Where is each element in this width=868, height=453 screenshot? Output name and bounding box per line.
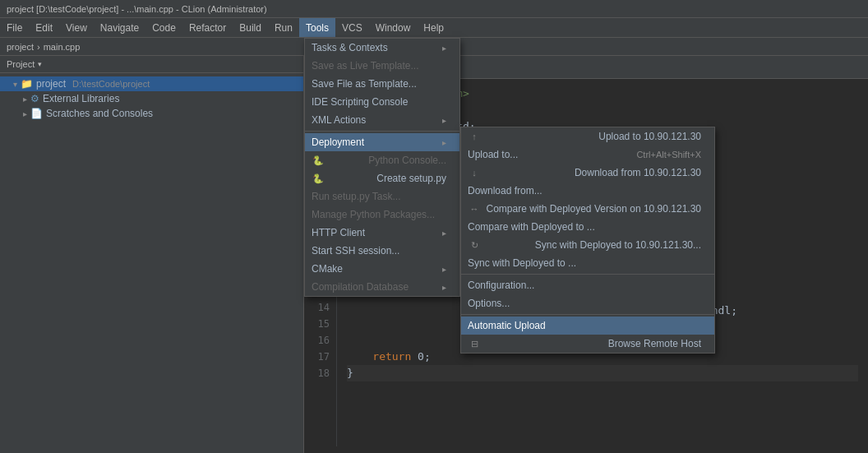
menu-run-setup: Run setup.py Task... bbox=[305, 187, 459, 206]
tree-item-project[interactable]: ▾ 📁 project D:\testCode\project bbox=[0, 76, 303, 91]
menu-save-file-template[interactable]: Save File as Template... bbox=[305, 75, 459, 93]
menu-manage-packages: Manage Python Packages... bbox=[305, 206, 459, 224]
http-client-label: HTTP Client bbox=[312, 227, 365, 238]
compilation-arrow-icon: ▸ bbox=[442, 283, 446, 292]
menu-configuration[interactable]: Configuration... bbox=[461, 276, 714, 294]
scratches-icon: 📄 bbox=[30, 108, 43, 119]
menu-window[interactable]: Window bbox=[369, 18, 418, 37]
menu-upload-to-ip[interactable]: ↑ Upload to 10.90.121.30 bbox=[461, 127, 714, 146]
menu-build[interactable]: Build bbox=[233, 18, 268, 37]
menu-upload-to[interactable]: Upload to... Ctrl+Alt+Shift+X bbox=[461, 146, 714, 164]
menu-ssh-session[interactable]: Start SSH session... bbox=[305, 242, 459, 260]
menu-ide-scripting[interactable]: IDE Scripting Console bbox=[305, 93, 459, 111]
menu-cmake[interactable]: CMake ▸ bbox=[305, 260, 459, 278]
submenu-separator2 bbox=[461, 314, 714, 315]
menu-compare-deployed-version[interactable]: ↔ Compare with Deployed Version on 10.90… bbox=[461, 200, 714, 218]
http-arrow-icon: ▸ bbox=[442, 229, 446, 238]
automatic-upload-label: Automatic Upload bbox=[468, 320, 546, 331]
tree-item-external-libraries[interactable]: ▸ ⚙ External Libraries bbox=[0, 91, 303, 106]
menu-vcs[interactable]: VCS bbox=[335, 18, 369, 37]
compare-icon: ↔ bbox=[468, 204, 481, 214]
chevron-down-icon: ▾ bbox=[38, 60, 42, 68]
menu-options[interactable]: Options... bbox=[461, 294, 714, 312]
sync-ip-label: Sync with Deployed to 10.90.121.30... bbox=[535, 239, 701, 251]
title-text: project [D:\testCode\project] - ...\main… bbox=[7, 4, 267, 14]
sync-icon: ↻ bbox=[468, 240, 481, 251]
cmake-arrow-icon: ▸ bbox=[442, 265, 446, 274]
save-live-template-label: Save as Live Template... bbox=[312, 60, 419, 72]
menu-code[interactable]: Code bbox=[145, 18, 182, 37]
menu-python-console: 🐍 Python Console... bbox=[305, 151, 459, 169]
menu-run[interactable]: Run bbox=[268, 18, 299, 37]
menu-xml-actions[interactable]: XML Actions ▸ bbox=[305, 111, 459, 129]
download-label: Download from... bbox=[468, 185, 542, 196]
project-label: Project bbox=[7, 59, 35, 69]
menu-compilation-db: Compilation Database ▸ bbox=[305, 278, 459, 296]
menu-navigate[interactable]: Navigate bbox=[94, 18, 145, 37]
arrow-icon: ▸ bbox=[442, 44, 446, 53]
ssh-label: Start SSH session... bbox=[312, 245, 399, 257]
menu-bar: File Edit View Navigate Code Refactor Bu… bbox=[0, 18, 868, 38]
ide-scripting-label: IDE Scripting Console bbox=[312, 96, 408, 108]
sidebar-header: Project ▾ bbox=[0, 56, 303, 73]
tree-project-path: D:\testCode\project bbox=[72, 79, 150, 89]
menu-view[interactable]: View bbox=[59, 18, 94, 37]
upload-shortcut: Ctrl+Alt+Shift+X bbox=[636, 150, 701, 159]
menu-sync-deployed-to[interactable]: Sync with Deployed to ... bbox=[461, 254, 714, 272]
menu-save-live-template: Save as Live Template... bbox=[305, 57, 459, 75]
download-icon: ↓ bbox=[468, 168, 481, 178]
save-file-template-label: Save File as Template... bbox=[312, 78, 417, 90]
sidebar: Project ▾ ▾ 📁 project D:\testCode\projec… bbox=[0, 56, 304, 453]
deployment-submenu: ↑ Upload to 10.90.121.30 Upload to... Ct… bbox=[460, 127, 715, 354]
create-setup-label: Create setup.py bbox=[376, 173, 446, 184]
menu-refactor[interactable]: Refactor bbox=[182, 18, 233, 37]
tree-item-scratches[interactable]: ▸ 📄 Scratches and Consoles bbox=[0, 106, 303, 121]
upload-ip-label: Upload to 10.90.121.30 bbox=[598, 131, 701, 142]
tree-scratches-label: Scratches and Consoles bbox=[46, 108, 153, 119]
menu-compare-deployed-to[interactable]: Compare with Deployed to ... bbox=[461, 218, 714, 236]
menu-browse-remote-host[interactable]: ⊟ Browse Remote Host bbox=[461, 335, 714, 353]
browse-remote-label: Browse Remote Host bbox=[608, 338, 701, 349]
sidebar-tree: ▾ 📁 project D:\testCode\project ▸ ⚙ Exte… bbox=[0, 73, 303, 124]
menu-download-from-ip[interactable]: ↓ Download from 10.90.121.30 bbox=[461, 164, 714, 182]
project-folder-icon: 📁 bbox=[21, 78, 33, 90]
expand-icon2: ▸ bbox=[23, 109, 27, 118]
sync-to-label: Sync with Deployed to ... bbox=[468, 257, 576, 269]
menu-tasks-contexts[interactable]: Tasks & Contexts ▸ bbox=[305, 39, 459, 57]
compare-version-label: Compare with Deployed Version on 10.90.1… bbox=[486, 203, 701, 215]
menu-file[interactable]: File bbox=[0, 18, 29, 37]
expand-icon: ▸ bbox=[23, 95, 27, 104]
menu-http-client[interactable]: HTTP Client ▸ bbox=[305, 224, 459, 242]
breadcrumb-file[interactable]: main.cpp bbox=[44, 42, 81, 52]
deployment-label: Deployment bbox=[312, 136, 364, 148]
cmake-label: CMake bbox=[312, 263, 343, 275]
upload-icon: ↑ bbox=[468, 132, 481, 141]
menu-sync-deployed-ip[interactable]: ↻ Sync with Deployed to 10.90.121.30... bbox=[461, 236, 714, 254]
manage-packages-label: Manage Python Packages... bbox=[312, 209, 435, 220]
menu-help[interactable]: Help bbox=[417, 18, 450, 37]
python-console-label: Python Console... bbox=[368, 155, 446, 166]
separator1 bbox=[305, 131, 459, 132]
tools-menu: Tasks & Contexts ▸ Save as Live Template… bbox=[304, 38, 460, 297]
menu-create-setup[interactable]: 🐍 Create setup.py bbox=[305, 169, 459, 187]
menu-deployment[interactable]: Deployment ▸ bbox=[305, 133, 459, 151]
xml-arrow-icon: ▸ bbox=[442, 116, 446, 125]
breadcrumb-project[interactable]: project bbox=[7, 42, 34, 52]
download-ip-label: Download from 10.90.121.30 bbox=[575, 167, 701, 178]
python-icon: 🐍 bbox=[312, 155, 325, 166]
tree-external-label: External Libraries bbox=[43, 93, 119, 104]
title-bar: project [D:\testCode\project] - ...\main… bbox=[0, 0, 868, 18]
tree-project-label: project bbox=[36, 78, 66, 90]
menu-automatic-upload[interactable]: Automatic Upload bbox=[461, 317, 714, 335]
deployment-arrow-icon: ▸ bbox=[442, 138, 446, 147]
tools-dropdown: Tasks & Contexts ▸ Save as Live Template… bbox=[304, 38, 460, 297]
collapse-icon: ▾ bbox=[13, 80, 17, 89]
menu-tools[interactable]: Tools bbox=[299, 18, 335, 37]
menu-download-from[interactable]: Download from... bbox=[461, 182, 714, 200]
setup-icon: 🐍 bbox=[312, 173, 325, 184]
menu-edit[interactable]: Edit bbox=[29, 18, 59, 37]
browse-icon: ⊟ bbox=[468, 339, 481, 349]
external-libraries-icon: ⚙ bbox=[30, 93, 39, 104]
run-setup-label: Run setup.py Task... bbox=[312, 191, 401, 202]
options-label: Options... bbox=[468, 298, 510, 309]
